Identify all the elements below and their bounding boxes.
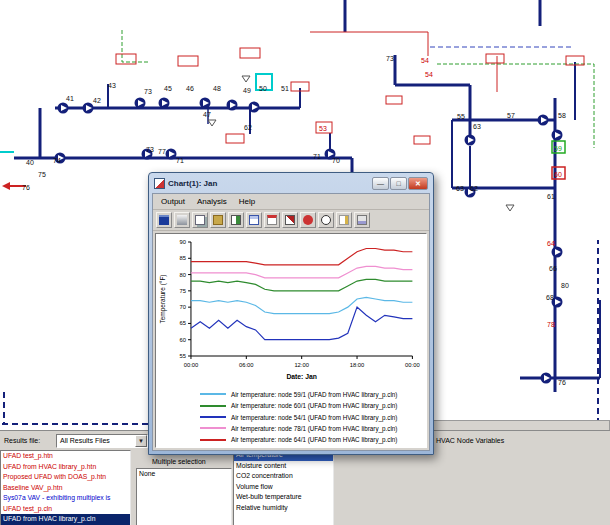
export-icon <box>231 215 241 225</box>
svg-text:77: 77 <box>158 148 166 155</box>
window-buttons: — □ ✕ <box>372 177 428 190</box>
svg-text:75: 75 <box>180 288 187 294</box>
variables-list[interactable]: Air temperatureMoisture contentCO2 conce… <box>233 449 334 525</box>
results-file-item[interactable]: UFAD test_p.htn <box>1 451 130 462</box>
legend-line-sample <box>200 393 226 395</box>
save-icon <box>159 215 169 225</box>
svg-text:62: 62 <box>470 185 478 192</box>
chart-toolbar <box>153 210 429 231</box>
svg-text:59: 59 <box>554 145 562 152</box>
table-button[interactable] <box>246 212 262 228</box>
variable-item[interactable]: Wet-bulb temperature <box>234 492 333 503</box>
multiple-selection-label: Multiple selection <box>152 458 206 465</box>
chart-window-icon <box>154 178 165 189</box>
svg-text:75: 75 <box>38 171 46 178</box>
svg-text:55: 55 <box>180 353 187 359</box>
svg-text:46: 46 <box>186 85 194 92</box>
minimize-button[interactable]: — <box>372 177 389 190</box>
formula-icon <box>357 215 367 225</box>
legend-label: Air temperature: node 59/1 (UFAD from HV… <box>231 391 397 398</box>
copy-icon <box>195 215 205 225</box>
svg-text:42: 42 <box>93 97 101 104</box>
svg-text:54: 54 <box>421 57 429 64</box>
maximize-button[interactable]: □ <box>390 177 407 190</box>
results-file-list[interactable]: UFAD test_p.htnUFAD from HVAC library_p.… <box>0 450 131 525</box>
legend-label: Air temperature: node 78/1 (UFAD from HV… <box>231 425 397 432</box>
svg-text:63: 63 <box>456 185 464 192</box>
legend-label: Air temperature: node 60/1 (UFAD from HV… <box>231 402 397 409</box>
menu-output[interactable]: Output <box>156 196 190 207</box>
results-file-item[interactable]: Proposed UFAD with DOAS_p.htn <box>1 472 130 483</box>
svg-text:53: 53 <box>319 125 327 132</box>
marker-icon <box>303 215 313 225</box>
plot-svg: 556065707580859000:0006:0012:0018:0000:0… <box>156 234 426 386</box>
svg-text:90: 90 <box>180 239 187 245</box>
svg-text:64: 64 <box>547 240 555 247</box>
close-button[interactable]: ✕ <box>408 177 428 190</box>
svg-text:76: 76 <box>22 184 30 191</box>
save-button[interactable] <box>156 212 172 228</box>
svg-text:58: 58 <box>558 112 566 119</box>
export-button[interactable] <box>228 212 244 228</box>
svg-text:51: 51 <box>281 85 289 92</box>
legend-label: Air temperature: node 64/1 (UFAD from HV… <box>231 436 397 443</box>
chart-legend: Air temperature: node 59/1 (UFAD from HV… <box>156 386 426 447</box>
svg-text:48: 48 <box>213 85 221 92</box>
svg-text:40: 40 <box>26 159 34 166</box>
chart-window-title: Chart(1): Jan <box>168 179 369 188</box>
svg-text:73: 73 <box>386 55 394 62</box>
legend-line-sample <box>200 416 226 418</box>
results-file-dropdown[interactable]: All Results Files ▼ <box>56 434 148 448</box>
chart-window-body: OutputAnalysisHelp 556065707580859000:00… <box>152 193 430 451</box>
counter-button[interactable] <box>336 212 352 228</box>
svg-text:60: 60 <box>554 171 562 178</box>
chart-window-titlebar[interactable]: Chart(1): Jan — □ ✕ <box>152 173 430 193</box>
svg-text:Date: Jan: Date: Jan <box>286 373 317 380</box>
print-icon <box>177 215 187 225</box>
svg-text:74: 74 <box>53 157 61 164</box>
svg-text:80: 80 <box>180 271 187 277</box>
dropdown-arrow-icon[interactable]: ▼ <box>135 435 147 447</box>
table-icon <box>249 215 259 225</box>
variable-item[interactable]: Moisture content <box>234 461 333 472</box>
variable-item[interactable]: Relative humidity <box>234 503 333 514</box>
results-file-item[interactable]: UFAD from HVAC library_p.cln <box>1 514 130 525</box>
results-file-item[interactable]: UFAD from HVAC library_p.htn <box>1 462 130 473</box>
formula-button[interactable] <box>354 212 370 228</box>
svg-text:70: 70 <box>180 304 187 310</box>
paste-button[interactable] <box>210 212 226 228</box>
menu-analysis[interactable]: Analysis <box>192 196 232 207</box>
multiple-selection-list[interactable]: None <box>136 468 232 525</box>
menu-help[interactable]: Help <box>234 196 260 207</box>
svg-text:Temperature (°F): Temperature (°F) <box>159 274 167 323</box>
chart-area: 556065707580859000:0006:0012:0018:0000:0… <box>155 233 427 448</box>
results-file-item[interactable]: Baseline VAV_p.htn <box>1 483 130 494</box>
svg-text:73: 73 <box>146 146 154 153</box>
svg-text:43: 43 <box>108 82 116 89</box>
legend-row: Air temperature: node 78/1 (UFAD from HV… <box>200 423 426 433</box>
multiple-selection-item[interactable]: None <box>137 469 231 480</box>
paste-icon <box>213 215 223 225</box>
results-file-item[interactable]: Sys07a VAV - exhibiting multiplex is <box>1 493 130 504</box>
svg-text:18:00: 18:00 <box>350 362 365 368</box>
variable-item[interactable]: Volume flow <box>234 482 333 493</box>
results-file-item[interactable]: UFAD test_p.cln <box>1 504 130 515</box>
svg-text:70: 70 <box>332 157 340 164</box>
svg-text:50: 50 <box>259 85 267 92</box>
copy-button[interactable] <box>192 212 208 228</box>
svg-text:57: 57 <box>507 112 515 119</box>
report-button[interactable] <box>264 212 280 228</box>
marker-button[interactable] <box>300 212 316 228</box>
svg-text:66: 66 <box>549 265 557 272</box>
clock-button[interactable] <box>318 212 334 228</box>
legend-line-sample <box>200 439 226 441</box>
svg-text:76: 76 <box>558 379 566 386</box>
chart-menubar: OutputAnalysisHelp <box>153 194 429 210</box>
svg-text:49: 49 <box>243 87 251 94</box>
print-button[interactable] <box>174 212 190 228</box>
svg-text:12:00: 12:00 <box>294 362 309 368</box>
svg-text:71: 71 <box>313 153 321 160</box>
clock-icon <box>321 215 331 225</box>
chart-button[interactable] <box>282 212 298 228</box>
variable-item[interactable]: CO2 concentration <box>234 471 333 482</box>
